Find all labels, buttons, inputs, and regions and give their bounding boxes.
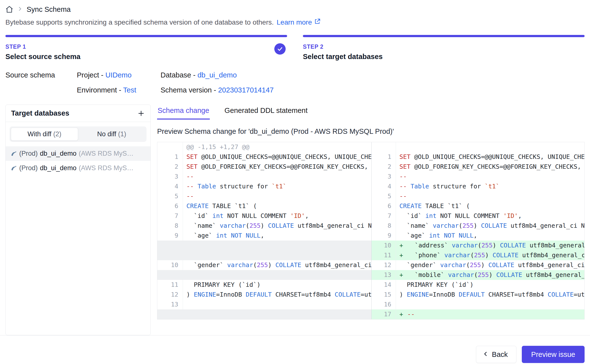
diff-line-number: 12 — [157, 290, 183, 300]
tab-generated-ddl[interactable]: Generated DDL statement — [224, 105, 308, 120]
add-target-database-button[interactable] — [137, 109, 145, 117]
diff-line-number: 11 — [157, 280, 183, 290]
back-button[interactable]: Back — [476, 346, 516, 363]
source-schema-summary: Source schema Project - UIDemo Database … — [5, 71, 585, 94]
diff-line-number: 8 — [157, 221, 183, 231]
target-databases-header: Target databases — [6, 105, 150, 122]
diff-code-line: + `address` varchar(255) COLLATE utf8mb4… — [396, 241, 584, 250]
diff-row: 3--3-- — [157, 172, 584, 182]
target-database-item[interactable]: (Prod)db_ui_demo(AWS RDS MyS… — [6, 161, 150, 175]
diff-code-line — [183, 270, 371, 280]
tab-schema-change[interactable]: Schema change — [157, 105, 210, 120]
diff-line-number: 8 — [371, 221, 396, 231]
tab-no-diff-count: (1) — [118, 130, 126, 138]
diff-add-marker: + — [399, 309, 407, 319]
learn-more-label: Learn more — [277, 18, 312, 26]
diff-code-line: ) ENGINE=InnoDB DEFAULT CHARSET=utf8mb4 … — [183, 290, 371, 300]
diff-row: 10 `gender` varchar(255) COLLATE utf8mb4… — [157, 260, 584, 270]
diff-add-marker: + — [399, 241, 407, 250]
diff-code-line: -- Table structure for `t1` — [183, 182, 371, 191]
diff-code-line: SET @OLD_UNIQUE_CHECKS=@@UNIQUE_CHECKS, … — [396, 152, 584, 162]
back-button-label: Back — [492, 350, 508, 359]
environment-label: Environment - — [77, 86, 123, 94]
source-schema-label: Source schema — [5, 71, 77, 79]
mysql-engine-icon — [11, 151, 17, 157]
target-database-list: (Prod)db_ui_demo(AWS RDS MyS…(Prod)db_ui… — [6, 146, 150, 175]
diff-add-marker: + — [399, 270, 407, 280]
chevron-right-icon — [17, 6, 23, 13]
learn-more-link[interactable]: Learn more — [277, 18, 321, 27]
external-link-icon — [314, 18, 321, 27]
diff-line-number: 6 — [157, 201, 183, 211]
schema-diff[interactable]: @@ -1,15 +1,27 @@1SET @OLD_UNIQUE_CHECKS… — [157, 142, 585, 319]
diff-code-line: SET @OLD_FOREIGN_KEY_CHECKS=@@FOREIGN_KE… — [396, 162, 584, 172]
diff-line-number: 9 — [157, 231, 183, 241]
preview-tabs: Schema change Generated DDL statement — [157, 105, 585, 120]
diff-row: 5--5-- — [157, 191, 584, 201]
diff-code-line: `age` int NOT NULL, — [183, 231, 371, 241]
diff-code-line: +-- — [396, 309, 584, 319]
diff-line-number: 17 — [371, 309, 396, 319]
diff-row: 9 `age` int NOT NULL,9 `age` int NOT NUL… — [157, 231, 584, 241]
diff-line-number: 15 — [371, 290, 396, 300]
tab-with-diff[interactable]: With diff (2) — [11, 128, 78, 141]
diff-line-number: 3 — [157, 172, 183, 182]
intro-text: Bytebase supports synchronizing a specif… — [5, 18, 585, 27]
diff-code-line — [183, 300, 371, 309]
diff-line-number: 6 — [371, 201, 396, 211]
diff-code-line: @@ -1,15 +1,27 @@ — [183, 142, 371, 152]
diff-row: 2SET @OLD_FOREIGN_KEY_CHECKS=@@FOREIGN_K… — [157, 162, 584, 172]
diff-row: 12) ENGINE=InnoDB DEFAULT CHARSET=utf8mb… — [157, 290, 584, 300]
db-instance-suffix: (AWS RDS MyS… — [79, 150, 134, 157]
tab-no-diff[interactable]: No diff (1) — [78, 128, 145, 141]
diff-line-number: 10 — [157, 260, 183, 270]
diff-code-line: PRIMARY KEY (`id`) — [183, 280, 371, 290]
step-2-title: Select target databases — [303, 53, 585, 61]
step-2: STEP 2 Select target databases — [303, 35, 585, 61]
diff-row: 8 `name` varchar(255) COLLATE utf8mb4_ge… — [157, 221, 584, 231]
diff-code-line: PRIMARY KEY (`id`) — [396, 280, 584, 290]
diff-line-number: 13 — [157, 300, 183, 309]
target-databases-title: Target databases — [11, 109, 69, 117]
diff-line-number: 1 — [371, 152, 396, 162]
db-environment: (Prod) — [19, 164, 38, 172]
schema-change-panel: Schema change Generated DDL statement Pr… — [157, 105, 585, 335]
preview-issue-button[interactable]: Preview issue — [522, 346, 585, 363]
schema-version-label: Schema version - — [161, 86, 218, 94]
source-schema-database: Database - db_ui_demo — [161, 71, 585, 79]
diff-code-line: `id` int NOT NULL COMMENT 'ID', — [183, 211, 371, 221]
step-1-label: STEP 1 — [5, 44, 287, 50]
environment-link[interactable]: Test — [123, 86, 136, 94]
diff-line-number — [157, 241, 183, 250]
db-name: db_ui_demo — [40, 164, 77, 172]
project-link[interactable]: UIDemo — [105, 71, 131, 79]
diff-row: 10+ `address` varchar(255) COLLATE utf8m… — [157, 241, 584, 250]
diff-code-line: `id` int NOT NULL COMMENT 'ID', — [396, 211, 584, 221]
diff-code-line: `name` varchar(255) COLLATE utf8mb4_gene… — [183, 221, 371, 231]
diff-line-number: 10 — [371, 241, 396, 250]
diff-line-number: 16 — [371, 300, 396, 309]
diff-row: 11+ `phone` varchar(255) COLLATE utf8mb4… — [157, 250, 584, 260]
project-label: Project - — [77, 71, 105, 79]
source-schema-environment: Environment - Test — [77, 86, 161, 94]
diff-code-line — [183, 250, 371, 260]
diff-line-number: 9 — [371, 231, 396, 241]
diff-code-line: `gender` varchar(255) COLLATE utf8mb4_ge… — [396, 260, 584, 270]
source-schema-version: Schema version - 20230317014147 — [161, 86, 585, 94]
source-schema-spacer — [5, 86, 77, 94]
database-label: Database - — [161, 71, 197, 79]
diff-code-line: SET @OLD_UNIQUE_CHECKS=@@UNIQUE_CHECKS, … — [183, 152, 371, 162]
diff-code-line: CREATE TABLE `t1` ( — [396, 201, 584, 211]
diff-code-line: ) ENGINE=InnoDB DEFAULT CHARSET=utf8mb4 … — [396, 290, 584, 300]
chevron-left-icon — [483, 350, 489, 359]
step-1-completed-check-icon — [274, 43, 286, 55]
footer-actions: Back Preview issue — [5, 339, 585, 364]
target-database-item[interactable]: (Prod)db_ui_demo(AWS RDS MyS… — [6, 146, 150, 161]
diff-code-line: + `phone` varchar(255) COLLATE utf8mb4_g… — [396, 250, 584, 260]
diff-line-number: 5 — [371, 191, 396, 201]
schema-version-link[interactable]: 20230317014147 — [218, 86, 274, 94]
database-link[interactable]: db_ui_demo — [197, 71, 237, 79]
diff-code-line: -- — [183, 191, 371, 201]
page-title: Sync Schema — [27, 5, 71, 14]
home-icon[interactable] — [5, 5, 13, 13]
